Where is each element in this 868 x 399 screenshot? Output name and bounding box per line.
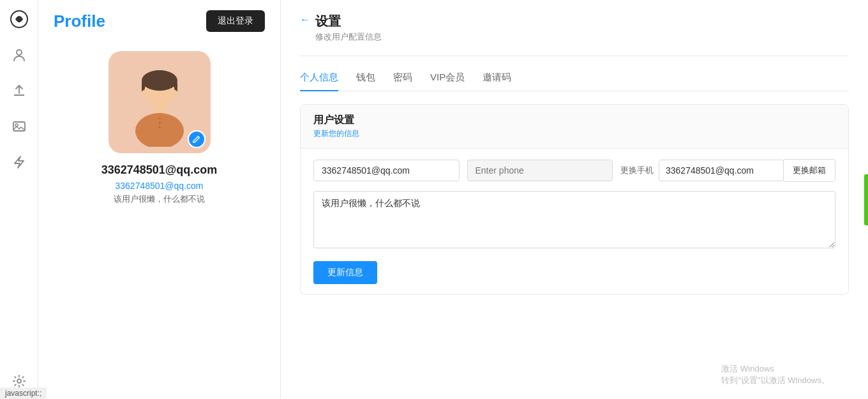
avatar-edit-badge[interactable] xyxy=(188,130,206,148)
svg-rect-2 xyxy=(13,122,25,131)
tab-password[interactable]: 密码 xyxy=(393,66,412,91)
person-icon[interactable] xyxy=(8,43,31,66)
tab-personal-info[interactable]: 个人信息 xyxy=(300,66,338,91)
windows-line2: 转到"设置"以激活 Windows。 xyxy=(721,375,830,386)
svg-point-15 xyxy=(141,90,147,99)
sidebar: Profile 退出登录 xyxy=(38,0,281,399)
scroll-indicator xyxy=(864,174,868,225)
logout-button[interactable]: 退出登录 xyxy=(206,10,265,32)
change-phone-label: 更换手机 xyxy=(620,165,654,176)
settings-card: 用户设置 更新您的信息 更换手机 更换邮箱 该用户很懒，什么都不说 更新信息 xyxy=(300,104,849,295)
tab-vip[interactable]: VIP会员 xyxy=(430,66,465,91)
settings-card-body: 更换手机 更换邮箱 该用户很懒，什么都不说 更新信息 xyxy=(301,149,848,294)
logo-icon xyxy=(8,8,31,31)
lightning-icon[interactable] xyxy=(8,151,31,174)
tabs: 个人信息 钱包 密码 VIP会员 邀请码 xyxy=(300,66,849,91)
status-bar: javascript:; xyxy=(0,388,47,399)
svg-point-12 xyxy=(158,117,161,119)
svg-point-16 xyxy=(172,90,178,99)
phone-input[interactable] xyxy=(467,160,613,181)
tab-invite[interactable]: 邀请码 xyxy=(483,66,511,91)
user-bio: 该用户很懒，什么都不说 xyxy=(114,193,205,205)
page-title: 设置 xyxy=(315,13,382,30)
windows-line1: 激活 Windows xyxy=(721,363,830,375)
sidebar-title: Profile xyxy=(54,11,105,31)
settings-card-header: 用户设置 更新您的信息 xyxy=(301,105,848,149)
windows-watermark: 激活 Windows 转到"设置"以激活 Windows。 xyxy=(721,363,830,386)
svg-point-1 xyxy=(17,50,22,55)
svg-point-4 xyxy=(17,379,21,383)
svg-point-14 xyxy=(158,126,161,128)
change-phone-input[interactable] xyxy=(659,160,784,181)
back-arrow[interactable]: ← xyxy=(300,14,310,26)
page-header: ← 设置 修改用户配置信息 xyxy=(300,13,849,43)
sidebar-header: Profile 退出登录 xyxy=(54,10,265,32)
icon-rail xyxy=(0,0,38,399)
main-content: ← 设置 修改用户配置信息 个人信息 钱包 密码 VIP会员 邀请码 用户设置 … xyxy=(281,0,868,399)
avatar-wrapper xyxy=(108,51,211,153)
gallery-icon[interactable] xyxy=(8,115,31,138)
bio-textarea[interactable]: 该用户很懒，什么都不说 xyxy=(313,191,835,248)
user-email-main: 3362748501@qq.com xyxy=(101,163,218,177)
update-button[interactable]: 更新信息 xyxy=(313,261,377,284)
fields-row-top: 更换手机 更换邮箱 xyxy=(313,159,835,182)
header-divider xyxy=(300,56,849,56)
tab-wallet[interactable]: 钱包 xyxy=(356,66,375,91)
upload-icon[interactable] xyxy=(8,79,31,102)
settings-card-subtitle: 更新您的信息 xyxy=(313,128,835,139)
svg-point-13 xyxy=(158,121,161,124)
user-email-sub: 3362748501@qq.com xyxy=(116,181,204,191)
page-subtitle: 修改用户配置信息 xyxy=(315,31,382,43)
change-phone-group: 更换手机 xyxy=(620,160,775,181)
svg-point-9 xyxy=(142,70,177,91)
change-email-button[interactable]: 更换邮箱 xyxy=(783,159,835,182)
settings-card-title: 用户设置 xyxy=(313,114,835,127)
status-text: javascript:; xyxy=(5,389,41,398)
email-input[interactable] xyxy=(313,160,460,181)
